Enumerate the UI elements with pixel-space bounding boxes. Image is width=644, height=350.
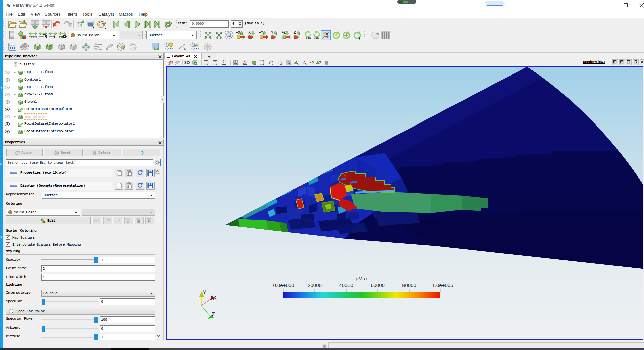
svg-text:Y: Y bbox=[203, 290, 206, 295]
svg-text:+Z: +Z bbox=[282, 31, 286, 34]
svg-text:80000: 80000 bbox=[402, 282, 416, 288]
svg-text:60000: 60000 bbox=[371, 282, 385, 288]
svg-text:Z: Z bbox=[212, 312, 215, 317]
svg-text:t: t bbox=[53, 34, 56, 40]
svg-text:e: e bbox=[148, 219, 150, 223]
svg-text:+90: +90 bbox=[306, 37, 311, 40]
svg-text:-90: -90 bbox=[314, 37, 319, 40]
svg-text:40000: 40000 bbox=[339, 282, 353, 288]
svg-text:-Z: -Z bbox=[293, 31, 296, 34]
svg-text:+Y: +Y bbox=[259, 31, 263, 34]
svg-text:0.0e+000: 0.0e+000 bbox=[273, 282, 294, 288]
svg-text:20000: 20000 bbox=[308, 282, 322, 288]
svg-text:+X: +X bbox=[236, 31, 240, 34]
svg-text:?: ? bbox=[311, 60, 314, 65]
svg-text:-X: -X bbox=[247, 31, 251, 34]
svg-text:-Y: -Y bbox=[270, 31, 273, 34]
svg-text:3D: 3D bbox=[184, 60, 190, 65]
svg-text:t: t bbox=[118, 219, 120, 224]
svg-text:1.0e+005: 1.0e+005 bbox=[432, 282, 453, 288]
svg-text:?: ? bbox=[319, 60, 321, 65]
svg-text:pMax: pMax bbox=[356, 276, 368, 281]
svg-text:X: X bbox=[213, 295, 217, 301]
